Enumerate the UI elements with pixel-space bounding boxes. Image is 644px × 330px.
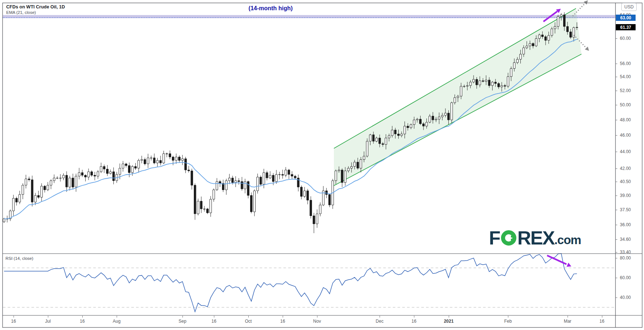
price-axis-label: 60.00: [615, 36, 631, 41]
price-axis-label: 54.00: [615, 74, 631, 79]
time-axis-tick: [380, 316, 380, 318]
price-axis-label: 46.00: [615, 133, 631, 138]
rsi-indicator-label[interactable]: RSI (14, close): [5, 256, 33, 261]
time-axis-label: Aug: [113, 319, 120, 324]
time-axis-tick: [449, 316, 449, 318]
rsi-axis-label: 40.00: [615, 295, 631, 300]
time-axis-label: 16: [211, 319, 216, 324]
price-axis-label: 37.50: [615, 207, 631, 212]
time-axis-tick: [508, 316, 508, 318]
time-axis-tick: [317, 316, 317, 318]
price-axis-label: 52.00: [615, 88, 631, 93]
time-axis-label: 16: [411, 319, 416, 324]
time-axis-tick: [48, 316, 48, 318]
price-axis-label: 39.00: [615, 193, 631, 198]
time-axis-tick: [82, 316, 83, 318]
ema-indicator-label[interactable]: EMA (21, close): [6, 10, 36, 15]
time-axis-label: Mar: [564, 319, 572, 324]
price-axis-label: 50.00: [615, 102, 631, 107]
last-price-badge: 61.37: [616, 24, 636, 30]
time-axis-label: Sep: [178, 319, 186, 324]
time-axis-tick: [568, 316, 568, 318]
price-axis-label: 44.00: [615, 149, 631, 154]
currency-usd-button[interactable]: USD: [621, 3, 637, 11]
price-axis-label: 56.00: [615, 61, 631, 66]
time-axis-label: 16: [280, 319, 285, 324]
time-axis-label: 2021: [444, 319, 454, 324]
rsi-pane[interactable]: [3, 254, 615, 312]
rsi-axis-label: 80.00: [615, 255, 631, 261]
price-axis-label: 33.40: [615, 250, 631, 255]
alert-price-badge: 63.00: [616, 15, 636, 21]
time-axis-label: 16: [80, 319, 84, 324]
candles-down-bodies: [16, 15, 572, 224]
chart-window: F REX .com CFDs on WTI Crude Oil, 1D EMA…: [0, 0, 644, 330]
time-axis-label: 16: [599, 319, 604, 324]
price-axis-label: 34.60: [615, 237, 631, 242]
price-axis-label: 36.00: [615, 222, 631, 227]
time-axis-label: Nov: [313, 319, 321, 324]
time-axis-tick: [248, 316, 249, 318]
price-axis-label: 42.00: [615, 166, 631, 171]
symbol-title[interactable]: CFDs on WTI Crude Oil, 1D: [6, 4, 65, 10]
candles-up-bodies: [3, 15, 578, 224]
time-axis-tick: [414, 316, 414, 318]
fourteen-month-high-annotation: (14-month high): [219, 5, 322, 12]
time-axis-label: 16: [11, 319, 16, 324]
time-axis-label: Jul: [45, 319, 50, 324]
time-axis-tick: [602, 316, 602, 318]
time-axis-label: Oct: [245, 319, 252, 324]
time-axis-tick: [117, 316, 117, 318]
price-axis-label: 48.00: [615, 117, 631, 122]
price-axis-label: 40.50: [615, 179, 631, 184]
candles-up-wicks: [4, 13, 577, 228]
time-axis-tick: [283, 316, 283, 318]
time-axis-tick: [214, 316, 214, 318]
candlestick-series[interactable]: [3, 12, 578, 233]
time-axis-label: Dec: [376, 319, 383, 324]
rsi-line: [4, 254, 577, 312]
purple-arrow-rsi[interactable]: [547, 255, 571, 267]
resistance-band[interactable]: [3, 15, 615, 18]
time-axis-tick: [182, 316, 183, 318]
chart-canvas[interactable]: [0, 0, 644, 330]
candles-down-wicks: [16, 12, 570, 233]
time-axis-tick: [14, 316, 14, 318]
rsi-axis-label: 60.00: [615, 275, 631, 280]
time-axis-label: Feb: [504, 319, 512, 324]
